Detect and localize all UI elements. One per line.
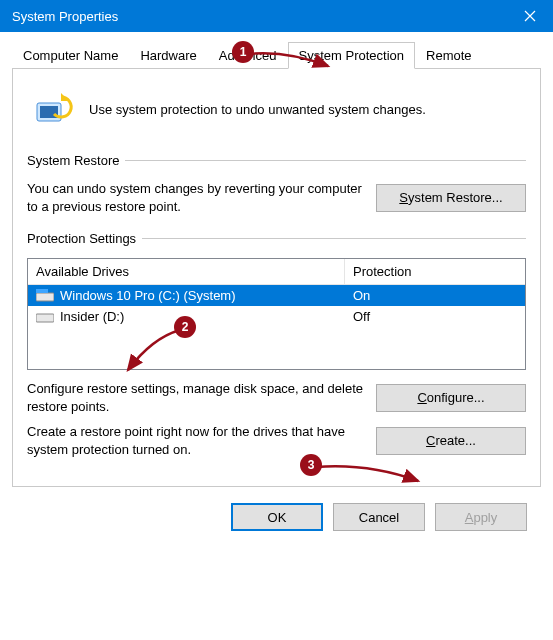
tab-remote[interactable]: Remote: [415, 42, 483, 69]
svg-rect-2: [36, 293, 54, 301]
title-bar: System Properties: [0, 0, 553, 32]
configure-button[interactable]: Configure...: [376, 384, 526, 412]
tab-system-protection[interactable]: System Protection: [288, 42, 416, 69]
tab-hardware[interactable]: Hardware: [129, 42, 207, 69]
svg-rect-4: [36, 314, 54, 322]
drive-row-c[interactable]: Windows 10 Pro (C:) (System) On: [28, 285, 525, 306]
system-restore-desc: You can undo system changes by reverting…: [27, 180, 364, 215]
tab-advanced[interactable]: Advanced: [208, 42, 288, 69]
ok-button[interactable]: OK: [231, 503, 323, 531]
close-button[interactable]: [507, 0, 553, 32]
drives-list[interactable]: Available Drives Protection Windows 10 P…: [27, 258, 526, 370]
col-available-drives: Available Drives: [28, 259, 345, 285]
system-restore-header: System Restore: [27, 153, 119, 168]
create-button[interactable]: Create...: [376, 427, 526, 455]
cancel-button[interactable]: Cancel: [333, 503, 425, 531]
window-title: System Properties: [12, 9, 118, 24]
svg-rect-3: [36, 289, 48, 293]
tab-panel: Use system protection to undo unwanted s…: [12, 69, 541, 487]
tab-strip: Computer Name Hardware Advanced System P…: [12, 42, 541, 69]
create-desc: Create a restore point right now for the…: [27, 423, 364, 458]
configure-desc: Configure restore settings, manage disk …: [27, 380, 364, 415]
drive-icon: [36, 310, 54, 324]
system-restore-button[interactable]: System Restore...: [376, 184, 526, 212]
col-protection: Protection: [345, 259, 525, 285]
drive-system-icon: [36, 289, 54, 303]
system-protection-icon: [31, 87, 75, 131]
close-icon: [524, 10, 536, 22]
intro-text: Use system protection to undo unwanted s…: [89, 102, 426, 117]
protection-settings-header: Protection Settings: [27, 231, 136, 246]
drive-row-d[interactable]: Insider (D:) Off: [28, 306, 525, 327]
apply-button[interactable]: Apply: [435, 503, 527, 531]
tab-computer-name[interactable]: Computer Name: [12, 42, 129, 69]
dialog-buttons: OK Cancel Apply: [12, 487, 541, 545]
